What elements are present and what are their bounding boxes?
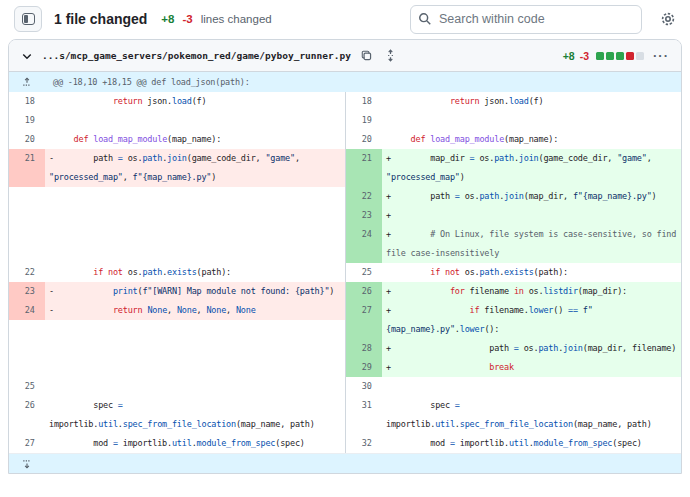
copy-icon	[360, 49, 373, 62]
line-number[interactable]: 29	[346, 358, 382, 377]
line-number[interactable]: 27	[9, 434, 45, 453]
line-number[interactable]: 30	[346, 377, 382, 396]
line-number[interactable]: 23	[346, 206, 382, 225]
code-text: + if filename.lower() == f"{map_name}.py…	[382, 301, 681, 339]
line-number[interactable]: 22	[9, 263, 45, 282]
diff-cell-left	[9, 206, 345, 225]
context-line: 31 spec = importlib.util.spec_from_file_…	[346, 396, 681, 434]
diff-row: 25 30	[9, 377, 681, 396]
diff-row: 22 if not os.path.exists(path):25 if not…	[9, 263, 681, 282]
search-within-code	[410, 5, 642, 34]
diffstat-square-add	[616, 52, 624, 60]
diff-cell-right: 30	[345, 377, 681, 396]
expand-up-icon	[22, 77, 32, 87]
context-line: 30	[346, 377, 681, 396]
diff-cell-right: 31 spec = importlib.util.spec_from_file_…	[345, 396, 681, 434]
line-number[interactable]: 32	[346, 434, 382, 453]
expand-hunk-up-button[interactable]	[9, 72, 45, 92]
line-number[interactable]: 28	[346, 339, 382, 358]
sidebar-icon	[22, 13, 35, 25]
code-text: return json.load(f)	[382, 92, 681, 111]
addition-line: 26+ for filename in os.listdir(map_dir):	[346, 282, 681, 301]
diff-cell-left: 27 mod = importlib.util.module_from_spec…	[9, 434, 345, 453]
code-text	[45, 111, 345, 130]
copy-path-button[interactable]	[358, 47, 375, 64]
code-text: + # On Linux, file system is case-sensit…	[382, 225, 681, 263]
line-number[interactable]: 24	[9, 301, 45, 320]
search-input[interactable]	[410, 5, 642, 34]
hunk-header-row: @@ -18,10 +18,15 @@ def load_json(path):	[9, 72, 681, 92]
context-line: 20 def load_map_module(map_name):	[9, 130, 345, 149]
code-text: def load_map_module(map_name):	[382, 130, 681, 149]
context-line: 20 def load_map_module(map_name):	[346, 130, 681, 149]
expand-down-filler	[45, 454, 681, 473]
file-deletions-count: -3	[580, 50, 589, 62]
file-options-button[interactable]: ···	[651, 48, 671, 63]
line-number[interactable]: 26	[9, 396, 45, 434]
diff-cell-right: 23+	[345, 206, 681, 225]
diff-cell-left: 19	[9, 111, 345, 130]
diffstat-square-add	[606, 52, 614, 60]
line-number[interactable]: 22	[346, 187, 382, 206]
addition-line: 24+ # On Linux, file system is case-sens…	[346, 225, 681, 263]
diff-cell-left: 21- path = os.path.join(game_code_dir, "…	[9, 149, 345, 187]
code-text: + map_dir = os.path.join(game_code_dir, …	[382, 149, 681, 187]
diff-cell-right: 29+ break	[345, 358, 681, 377]
line-number[interactable]: 25	[346, 263, 382, 282]
diff-cell-left	[9, 187, 345, 206]
line-number[interactable]: 31	[346, 396, 382, 434]
diffstat-square-neutral	[636, 52, 644, 60]
addition-line: 21+ map_dir = os.path.join(game_code_dir…	[346, 149, 681, 187]
line-number[interactable]: 27	[346, 301, 382, 339]
code-text: return json.load(f)	[45, 92, 345, 111]
line-number[interactable]: 19	[9, 111, 45, 130]
diff-cell-right: 19	[345, 111, 681, 130]
code-text	[382, 377, 681, 396]
diff-cell-right: 28+ path = os.path.join(map_dir, filenam…	[345, 339, 681, 358]
line-number[interactable]: 23	[9, 282, 45, 301]
line-number[interactable]: 21	[346, 149, 382, 187]
context-line: 27 mod = importlib.util.module_from_spec…	[9, 434, 345, 453]
line-number[interactable]: 25	[9, 377, 45, 396]
diff-cell-left: 22 if not os.path.exists(path):	[9, 263, 345, 282]
settings-button[interactable]	[660, 11, 676, 27]
diff-row: 19 19	[9, 111, 681, 130]
diff-cell-right: 24+ # On Linux, file system is case-sens…	[345, 225, 681, 263]
context-line: 18 return json.load(f)	[9, 92, 345, 111]
diff-cell-right: 27+ if filename.lower() == f"{map_name}.…	[345, 301, 681, 339]
diff-cell-left: 24- return None, None, None, None	[9, 301, 345, 339]
collapse-file-button[interactable]	[19, 48, 35, 64]
file-diff-panel: ...s/mcp_game_servers/pokemon_red/game/p…	[8, 39, 682, 474]
diff-cell-left: 26 spec = importlib.util.spec_from_file_…	[9, 396, 345, 434]
line-number[interactable]: 20	[346, 130, 382, 149]
line-number[interactable]: 18	[9, 92, 45, 111]
expand-hunk-down-button[interactable]	[9, 454, 45, 473]
file-additions-count: +8	[563, 50, 575, 62]
line-number[interactable]: 26	[346, 282, 382, 301]
diff-row: 26 spec = importlib.util.spec_from_file_…	[9, 396, 681, 434]
code-text: spec = importlib.util.spec_from_file_loc…	[382, 396, 681, 434]
code-text: mod = importlib.util.module_from_spec(sp…	[45, 434, 345, 453]
expand-all-button[interactable]	[382, 47, 399, 64]
code-text: - path = os.path.join(game_code_dir, "ga…	[45, 149, 345, 187]
diff-toolbar: 1 file changed +8 -3 lines changed	[0, 0, 690, 38]
diff-cell-left	[9, 225, 345, 263]
code-text: - return None, None, None, None	[45, 301, 345, 320]
diff-cell-right: 25 if not os.path.exists(path):	[345, 263, 681, 282]
line-number[interactable]: 21	[9, 149, 45, 187]
line-number[interactable]: 19	[346, 111, 382, 130]
line-number[interactable]: 18	[346, 92, 382, 111]
line-number[interactable]: 20	[9, 130, 45, 149]
context-line: 32 mod = importlib.util.module_from_spec…	[346, 434, 681, 453]
line-number[interactable]: 24	[346, 225, 382, 263]
diff-cell-right: 18 return json.load(f)	[345, 92, 681, 111]
diffstat-square-add	[596, 52, 604, 60]
context-line: 26 spec = importlib.util.spec_from_file_…	[9, 396, 345, 434]
diff-row: 24+ # On Linux, file system is case-sens…	[9, 225, 681, 263]
code-text: mod = importlib.util.module_from_spec(sp…	[382, 434, 681, 453]
diff-cell-left: 25	[9, 377, 345, 396]
diff-row: 23- print(f"[WARN] Map module not found:…	[9, 282, 681, 301]
toggle-file-tree-button[interactable]	[14, 6, 42, 32]
diff-cell-left	[9, 339, 345, 358]
expand-down-icon	[22, 459, 32, 469]
